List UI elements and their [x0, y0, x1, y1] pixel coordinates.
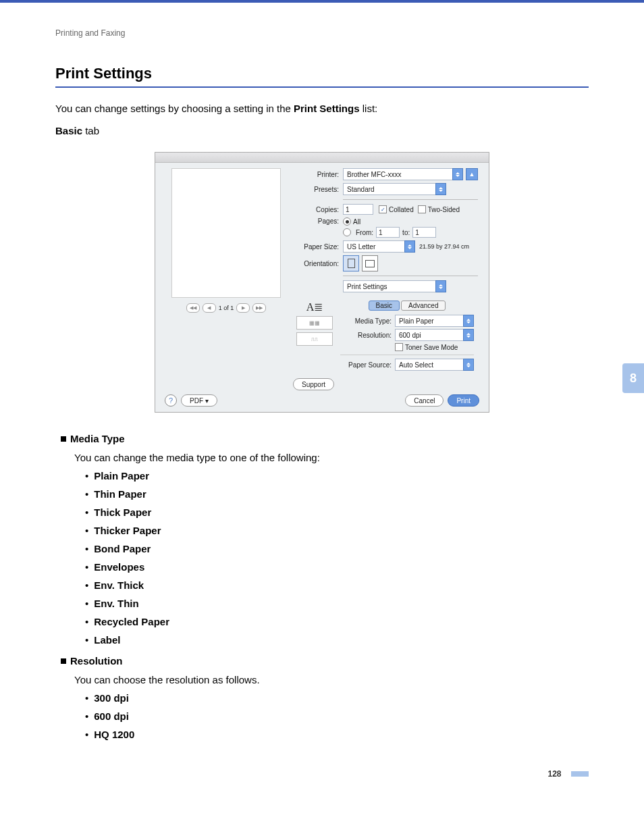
pages-label: Pages: [290, 217, 339, 225]
tonersave-label: Toner Save Mode [405, 344, 458, 351]
tab-basic[interactable]: Basic [369, 301, 400, 311]
list-item: Label [85, 634, 589, 646]
dropdown-arrow-icon [435, 183, 446, 195]
orientation-landscape-icon[interactable] [362, 255, 378, 271]
tab-advanced[interactable]: Advanced [401, 301, 446, 311]
panel-select[interactable]: Print Settings [343, 280, 446, 292]
dropdown-arrow-icon [452, 168, 463, 180]
papersize-select[interactable]: US Letter [343, 240, 415, 253]
papersize-dimensions: 21.59 by 27.94 cm [419, 243, 469, 250]
list-item: HQ 1200 [85, 729, 589, 740]
mediatype-select[interactable]: Plain Paper [395, 315, 474, 327]
option-list: Plain PaperThin PaperThick PaperThicker … [85, 470, 589, 646]
pdf-button[interactable]: PDF ▾ [181, 394, 217, 407]
list-item: Plain Paper [85, 470, 589, 482]
chapter-tab: 8 [622, 363, 644, 393]
section-title: Media Type [61, 433, 589, 445]
help-icon[interactable]: ? [165, 394, 177, 407]
page-indicator: 1 of 1 [219, 305, 234, 311]
dropdown-arrow-icon [404, 240, 415, 253]
section-title: Resolution [61, 655, 589, 667]
option-list: 300 dpi600 dpiHQ 1200 [85, 692, 589, 740]
collapse-icon[interactable]: ▲ [466, 168, 478, 180]
support-button[interactable]: Support [293, 378, 334, 390]
orientation-portrait-icon[interactable] [343, 255, 359, 271]
cancel-button[interactable]: Cancel [405, 394, 444, 407]
print-preview [171, 168, 281, 298]
intro-text: You can change settings by choosing a se… [55, 101, 589, 117]
print-dialog: ◀◀ ◀ 1 of 1 ▶ ▶▶ Printer: Brother MFC-xx… [155, 152, 489, 413]
pages-all-label: All [353, 218, 360, 226]
printer-select[interactable]: Brother MFC-xxxx [343, 168, 463, 180]
dropdown-arrow-icon [463, 329, 474, 341]
section: Media TypeYou can change the media type … [61, 433, 589, 646]
list-item: Envelopes [85, 561, 589, 573]
list-item: Bond Paper [85, 543, 589, 554]
presets-label: Presets: [290, 186, 339, 193]
page-number: 128 [548, 769, 566, 779]
pages-all-radio[interactable] [343, 217, 351, 226]
breadcrumb: Printing and Faxing [55, 28, 589, 38]
section: ResolutionYou can choose the resolution … [61, 655, 589, 740]
section-desc: You can change the media type to one of … [74, 452, 589, 463]
copies-label: Copies: [290, 206, 339, 213]
dialog-titlebar [155, 153, 489, 163]
pages-from-radio[interactable] [343, 228, 351, 236]
list-item: Env. Thin [85, 598, 589, 609]
sample-graphic-icon: A≣ [306, 301, 323, 313]
list-item: Thick Paper [85, 506, 589, 518]
resolution-label: Resolution: [340, 332, 392, 339]
print-button[interactable]: Print [448, 394, 479, 407]
papersource-label: Paper Source: [340, 361, 392, 369]
dropdown-arrow-icon [435, 280, 446, 292]
tab-label: Basic tab [55, 124, 589, 139]
papersource-select[interactable]: Auto Select [395, 359, 474, 371]
pages-from-label: From: [356, 229, 373, 236]
tonersave-checkbox[interactable] [395, 343, 403, 351]
section-desc: You can choose the resolution as follows… [74, 674, 589, 685]
presets-select[interactable]: Standard [343, 183, 446, 195]
list-item: Thin Paper [85, 488, 589, 500]
list-item: Thicker Paper [85, 525, 589, 536]
pages-to-label: to: [402, 229, 410, 236]
nav-prev-icon[interactable]: ◀ [203, 303, 216, 313]
list-item: Recycled Paper [85, 616, 589, 627]
nav-first-icon[interactable]: ◀◀ [186, 303, 200, 313]
twosided-label: Two-Sided [428, 206, 460, 213]
resolution-select[interactable]: 600 dpi [395, 329, 474, 341]
dropdown-arrow-icon [463, 315, 474, 327]
sample-chart-icon: ⎍⎍ [296, 332, 333, 346]
dropdown-arrow-icon [463, 359, 474, 371]
list-item: Env. Thick [85, 579, 589, 591]
nav-next-icon[interactable]: ▶ [236, 303, 250, 313]
pages-to-input[interactable]: 1 [412, 227, 436, 238]
copies-input[interactable]: 1 [343, 204, 373, 215]
pages-from-input[interactable]: 1 [376, 227, 400, 238]
nav-last-icon[interactable]: ▶▶ [252, 303, 266, 313]
mediatype-label: Media Type: [340, 317, 392, 325]
twosided-checkbox[interactable] [418, 205, 426, 213]
collated-checkbox[interactable]: ✓ [379, 205, 387, 213]
papersize-label: Paper Size: [290, 243, 339, 251]
collated-label: Collated [389, 206, 414, 213]
list-item: 300 dpi [85, 692, 589, 704]
page-title: Print Settings [55, 65, 589, 82]
list-item: 600 dpi [85, 710, 589, 722]
printer-label: Printer: [290, 171, 339, 178]
sample-grid-icon: ▦▦ [296, 316, 333, 330]
orientation-label: Orientation: [290, 260, 339, 267]
